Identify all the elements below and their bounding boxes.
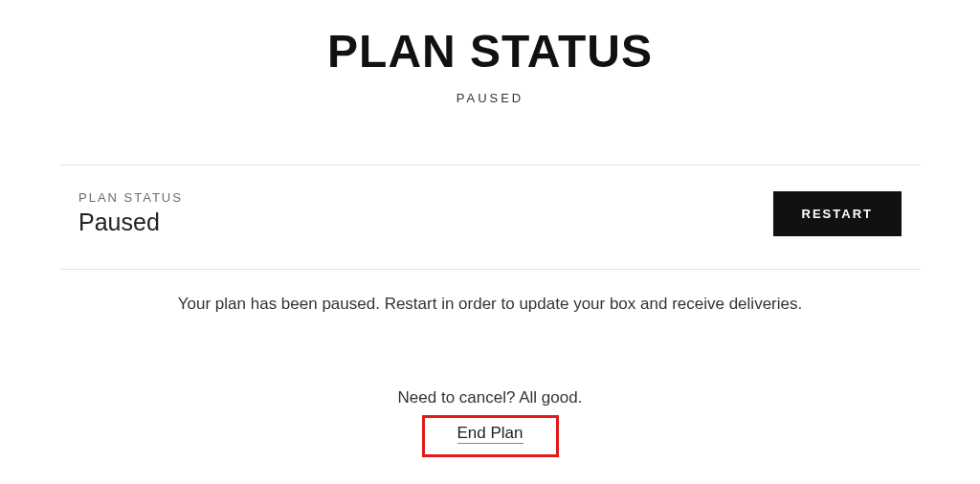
cancel-section: Need to cancel? All good. End Plan <box>59 388 921 457</box>
page-title: PLAN STATUS <box>59 25 921 77</box>
plan-paused-message: Your plan has been paused. Restart in or… <box>59 295 921 314</box>
status-label: PLAN STATUS <box>78 190 183 205</box>
status-info: PLAN STATUS Paused <box>78 190 183 236</box>
cancel-prompt: Need to cancel? All good. <box>59 388 921 407</box>
restart-button[interactable]: RESTART <box>773 191 902 236</box>
end-plan-link[interactable]: End Plan <box>457 424 523 444</box>
status-value: Paused <box>78 209 183 236</box>
plan-status-container: PLAN STATUS PAUSED PLAN STATUS Paused RE… <box>59 0 921 457</box>
page-subtitle: PAUSED <box>59 91 921 105</box>
divider-bottom <box>59 269 921 270</box>
end-plan-highlight: End Plan <box>422 415 559 457</box>
status-row: PLAN STATUS Paused RESTART <box>59 165 921 269</box>
